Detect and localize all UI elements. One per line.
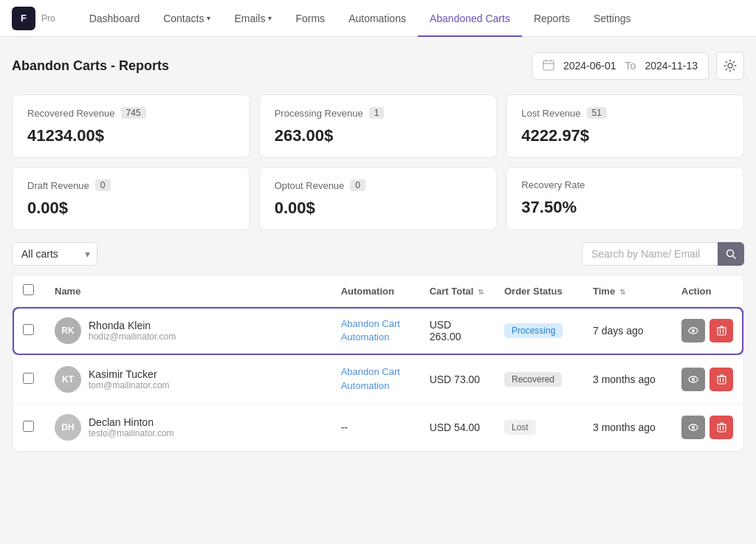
row-automation-3: -- <box>331 403 419 451</box>
stat-card-recovered: Recovered Revenue 745 41234.00$ <box>12 94 250 158</box>
col-checkbox <box>13 275 44 307</box>
nav-contacts[interactable]: Contacts ▾ <box>151 0 222 37</box>
app-logo: F <box>12 7 35 30</box>
col-order-status: Order Status <box>494 275 583 307</box>
filter-row: All carts Recovered Processing Lost Draf… <box>12 242 744 266</box>
stat-value-recovery-rate: 37.50% <box>521 198 729 217</box>
svg-rect-21 <box>718 424 726 432</box>
row-time-3: 3 months ago <box>583 403 671 451</box>
table-wrap: Name Automation Cart Total ⇅ Order Statu… <box>12 275 744 452</box>
search-wrap <box>582 242 744 266</box>
avatar-dh: DH <box>55 414 81 441</box>
select-all-checkbox[interactable] <box>23 284 34 295</box>
row-automation-2: Abandon Cart Automation <box>331 355 419 403</box>
row-email-1: hodiz@mailinator.com <box>89 331 176 342</box>
nav-forms[interactable]: Forms <box>284 0 337 37</box>
row-name-cell-3: DH Declan Hinton testo@mailinator.com <box>44 403 331 451</box>
row-name-1: Rhonda Klein <box>89 320 176 331</box>
stat-value-optout: 0.00$ <box>275 199 482 218</box>
date-separator: To <box>625 60 636 72</box>
view-button-3[interactable] <box>681 416 705 439</box>
table-header-row: Name Automation Cart Total ⇅ Order Statu… <box>13 275 743 307</box>
delete-button-2[interactable] <box>709 368 733 391</box>
nav-settings[interactable]: Settings <box>582 0 643 37</box>
avatar-rk: RK <box>55 317 81 344</box>
svg-point-8 <box>692 329 695 332</box>
table-row: KT Kasimir Tucker tom@mailinator.com Aba… <box>13 355 743 403</box>
row-automation-link-1[interactable]: Abandon Cart Automation <box>341 318 400 342</box>
row-name-cell-1: RK Rhonda Klein hodiz@mailinator.com <box>44 307 331 355</box>
page-header: Abandon Carts - Reports 2024-06-01 To 20… <box>12 52 744 80</box>
top-nav: F Pro Dashboard Contacts ▾ Emails ▾ Form… <box>0 0 756 37</box>
row-status-1: Processing <box>494 307 583 355</box>
app-pro-label: Pro <box>41 13 55 24</box>
nav-dashboard[interactable]: Dashboard <box>78 0 152 37</box>
row-cart-total-3: USD 54.00 <box>419 403 494 451</box>
gear-icon <box>724 59 737 72</box>
table-row: RK Rhonda Klein hodiz@mailinator.com Aba… <box>13 307 743 355</box>
status-badge-lost: Lost <box>504 420 536 435</box>
date-range-bar[interactable]: 2024-06-01 To 2024-11-13 <box>532 52 709 80</box>
cart-filter-select[interactable]: All carts Recovered Processing Lost Draf… <box>12 242 97 266</box>
stat-label-optout: Optout Revenue 0 <box>275 179 482 191</box>
col-cart-total[interactable]: Cart Total ⇅ <box>419 275 494 307</box>
row-cart-total-2: USD 73.00 <box>419 355 494 403</box>
nav-reports[interactable]: Reports <box>522 0 582 37</box>
view-button-1[interactable] <box>681 319 705 342</box>
row-actions-2 <box>671 355 743 403</box>
nav-automations[interactable]: Automations <box>337 0 418 37</box>
row-automation-1: Abandon Cart Automation <box>331 307 419 355</box>
view-button-2[interactable] <box>681 368 705 391</box>
calendar-icon <box>543 59 554 73</box>
svg-rect-9 <box>718 328 726 335</box>
row-actions-1 <box>671 307 743 355</box>
nav-links: Dashboard Contacts ▾ Emails ▾ Forms Auto… <box>78 0 744 37</box>
search-icon <box>726 249 736 259</box>
stat-badge-processing: 1 <box>369 107 385 119</box>
stat-value-processing: 263.00$ <box>275 126 482 145</box>
row-name-3: Declan Hinton <box>89 416 174 428</box>
stat-value-lost: 4222.97$ <box>521 126 729 145</box>
stat-label-recovered: Recovered Revenue 745 <box>27 107 235 119</box>
page-title: Abandon Carts - Reports <box>12 58 169 74</box>
avatar-kt: KT <box>55 366 81 393</box>
nav-emails[interactable]: Emails ▾ <box>222 0 284 37</box>
settings-button[interactable] <box>716 52 744 80</box>
stat-value-recovered: 41234.00$ <box>27 126 235 145</box>
col-name: Name <box>44 275 331 307</box>
stat-label-draft: Draft Revenue 0 <box>27 179 235 191</box>
trash-icon <box>717 422 726 433</box>
stat-card-draft: Draft Revenue 0 0.00$ <box>12 167 250 230</box>
row-email-3: testo@mailinator.com <box>89 428 174 438</box>
stat-card-processing: Processing Revenue 1 263.00$ <box>259 94 498 158</box>
delete-button-3[interactable] <box>709 416 733 439</box>
row-checkbox-3[interactable] <box>23 421 34 432</box>
eye-icon <box>688 374 698 385</box>
nav-abandoned-carts[interactable]: Abandoned Carts <box>418 0 522 37</box>
stats-grid-row1: Recovered Revenue 745 41234.00$ Processi… <box>12 94 744 158</box>
stats-grid-row2: Draft Revenue 0 0.00$ Optout Revenue 0 0… <box>12 167 744 230</box>
main-content: Abandon Carts - Reports 2024-06-01 To 20… <box>0 37 756 466</box>
trash-icon <box>717 374 726 385</box>
row-time-2: 3 months ago <box>583 355 671 403</box>
row-checkbox-2[interactable] <box>23 373 34 384</box>
search-button[interactable] <box>718 242 744 266</box>
row-email-2: tom@mailinator.com <box>89 380 170 390</box>
status-badge-recovered: Recovered <box>504 372 562 387</box>
row-actions-3 <box>671 403 743 451</box>
col-time[interactable]: Time ⇅ <box>583 275 671 307</box>
stat-label-processing: Processing Revenue 1 <box>275 107 482 119</box>
trash-icon <box>717 326 726 336</box>
stat-badge-lost: 51 <box>587 107 607 119</box>
delete-button-1[interactable] <box>709 319 733 342</box>
row-time-1: 7 days ago <box>583 307 671 355</box>
stat-value-draft: 0.00$ <box>27 199 235 218</box>
row-automation-link-2[interactable]: Abandon Cart Automation <box>341 366 400 390</box>
row-checkbox-1[interactable] <box>23 324 34 335</box>
row-status-2: Recovered <box>494 355 583 403</box>
stat-label-lost: Lost Revenue 51 <box>521 107 729 119</box>
svg-rect-15 <box>718 376 726 384</box>
stat-label-recovery-rate: Recovery Rate <box>521 179 729 190</box>
svg-point-14 <box>692 378 695 381</box>
row-checkbox-cell <box>13 355 44 403</box>
